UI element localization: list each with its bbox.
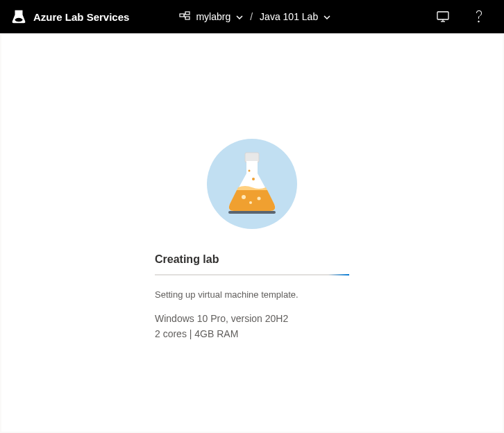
os-spec: Windows 10 Pro, version 20H2 [155, 311, 288, 326]
breadcrumb: mylabrg / Java 101 Lab [179, 11, 330, 22]
svg-rect-2 [185, 12, 190, 15]
breadcrumb-lab-label: Java 101 Lab [260, 11, 318, 22]
chevron-down-icon [236, 13, 243, 21]
breadcrumb-resource-group[interactable]: mylabrg [179, 11, 243, 22]
breadcrumb-separator: / [250, 11, 253, 22]
top-header: Azure Lab Services mylabrg / Java 101 La… [0, 0, 504, 33]
product-name: Azure Lab Services [33, 11, 129, 23]
svg-point-14 [252, 178, 255, 180]
flask-illustration [207, 139, 297, 229]
creating-lab-panel: Creating lab Setting up virtual machine … [155, 139, 349, 342]
monitor-icon[interactable] [429, 0, 457, 33]
svg-point-15 [249, 169, 251, 171]
azure-lab-logo-icon [11, 9, 26, 24]
breadcrumb-lab[interactable]: Java 101 Lab [260, 11, 330, 22]
help-icon[interactable] [465, 0, 493, 33]
logo-section[interactable]: Azure Lab Services [11, 9, 129, 24]
progress-bar [155, 274, 349, 275]
progress-fill [328, 274, 349, 275]
svg-point-0 [15, 18, 23, 22]
hardware-spec: 2 cores | 4GB RAM [155, 326, 238, 341]
svg-rect-3 [185, 17, 190, 19]
svg-point-9 [478, 21, 479, 22]
svg-point-11 [242, 195, 246, 199]
svg-point-12 [249, 201, 252, 204]
svg-rect-10 [245, 153, 259, 162]
chevron-down-icon [324, 13, 330, 21]
breadcrumb-resource-group-label: mylabrg [196, 11, 230, 22]
resource-group-icon [179, 11, 190, 22]
svg-rect-16 [228, 211, 276, 214]
main-content: Creating lab Setting up virtual machine … [1, 35, 503, 432]
svg-rect-1 [180, 14, 184, 17]
svg-rect-6 [437, 12, 448, 19]
svg-point-13 [258, 196, 261, 200]
status-title: Creating lab [155, 253, 219, 266]
status-message: Setting up virtual machine template. [155, 289, 299, 300]
